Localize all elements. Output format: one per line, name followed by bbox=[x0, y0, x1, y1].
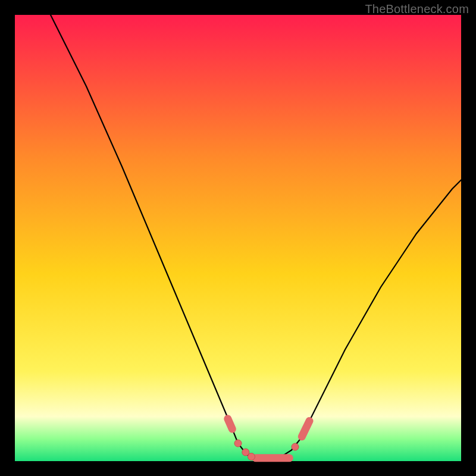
chart-frame bbox=[15, 15, 461, 461]
watermark-text: TheBottleneck.com bbox=[365, 2, 469, 16]
curve-marker-dot bbox=[234, 440, 242, 447]
bottleneck-curve bbox=[51, 15, 461, 458]
curve-marker-pill bbox=[228, 419, 233, 429]
curve-marker-dot bbox=[292, 443, 299, 450]
curve-markers bbox=[228, 419, 309, 461]
curve-marker-pill bbox=[302, 421, 309, 437]
bottleneck-curve-layer bbox=[15, 15, 461, 461]
curve-marker-dot bbox=[248, 453, 255, 461]
